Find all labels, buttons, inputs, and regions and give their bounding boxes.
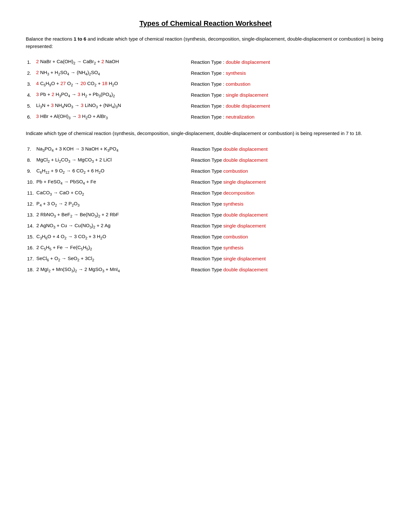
reaction-type: Reaction Type single displacement bbox=[190, 253, 385, 264]
reaction-equation: 3 HBr + Al(OH)3 → 3 H2O + AlBr3 bbox=[35, 111, 190, 122]
reaction-type: Reaction Type double displacement bbox=[190, 155, 385, 166]
reaction-number: 15. bbox=[26, 231, 35, 242]
reaction-type-value: synthesis bbox=[226, 70, 246, 76]
table-row: 13. 2 RbNO3 + BeF2 → Be(NO3)2 + 2 RbF Re… bbox=[26, 209, 385, 220]
reaction-equation: SeCl6 + O2 → SeO2 + 3Cl2 bbox=[35, 253, 190, 264]
reaction-number: 1. bbox=[26, 56, 35, 67]
reaction-equation: 2 C5H5 + Fe → Fe(C5H5)2 bbox=[35, 242, 190, 253]
reaction-equation: Li3N + 3 NH4NO3 → 3 LiNO3 + (NH4)3N bbox=[35, 100, 190, 111]
reaction-equation: Pb + FeSO4 → PbSO4 + Fe bbox=[35, 177, 190, 188]
table-row: 3. 4 C5H9O + 27 O2 → 20 CO2 + 18 H2O Rea… bbox=[26, 78, 385, 89]
reaction-equation: P4 + 3 O2 → 2 P2O3 bbox=[35, 198, 190, 209]
reaction-number: 10. bbox=[26, 177, 35, 188]
table-row: 11. CaCO3 → CaO + CO2 Reaction Type deco… bbox=[26, 188, 385, 198]
reaction-type-value: single displacement bbox=[223, 256, 266, 261]
reaction-number: 7. bbox=[26, 144, 35, 155]
reaction-type-value: neutralization bbox=[226, 114, 254, 120]
table-row: 5. Li3N + 3 NH4NO3 → 3 LiNO3 + (NH4)3N R… bbox=[26, 100, 385, 111]
reaction-number: 3. bbox=[26, 78, 35, 89]
table-row: 15. C3H6O + 4 O2 → 3 CO2 + 3 H2O Reactio… bbox=[26, 231, 385, 242]
reaction-type-value: double displacement bbox=[223, 267, 268, 272]
reaction-type: Reaction Type decomposition bbox=[190, 188, 385, 198]
reaction-equation: 4 C5H9O + 27 O2 → 20 CO2 + 18 H2O bbox=[35, 78, 190, 89]
table-row: 10. Pb + FeSO4 → PbSO4 + Fe Reaction Typ… bbox=[26, 177, 385, 188]
reaction-type: Reaction Type : synthesis bbox=[190, 67, 385, 78]
reaction-type: Reaction Type : neutralization bbox=[190, 111, 385, 122]
reaction-type-value: double displacement bbox=[223, 212, 268, 218]
reaction-type-value: single displacement bbox=[223, 223, 266, 228]
reaction-type: Reaction Type double displacement bbox=[190, 264, 385, 275]
reaction-number: 6. bbox=[26, 111, 35, 122]
reaction-type: Reaction Type single displacement bbox=[190, 220, 385, 231]
reaction-equation: MgCl2 + Li2CO3 → MgCO3 + 2 LiCl bbox=[35, 155, 190, 166]
reaction-type-value: single displacement bbox=[226, 92, 268, 98]
table-row: 17. SeCl6 + O2 → SeO2 + 3Cl2 Reaction Ty… bbox=[26, 253, 385, 264]
table-row: 6. 3 HBr + Al(OH)3 → 3 H2O + AlBr3 React… bbox=[26, 111, 385, 122]
reaction-type: Reaction Type double displacement bbox=[190, 144, 385, 155]
reaction-number: 12. bbox=[26, 198, 35, 209]
table-row: 9. C6H12 + 9 O2 → 6 CO2 + 6 H2O Reaction… bbox=[26, 166, 385, 177]
reaction-type-value: double displacement bbox=[223, 146, 268, 152]
reaction-number: 8. bbox=[26, 155, 35, 166]
reaction-equation: Na3PO4 + 3 KOH → 3 NaOH + K3PO4 bbox=[35, 144, 190, 155]
reaction-equation: 2 MgI2 + Mn(SO3)2 → 2 MgSO3 + MnI4 bbox=[35, 264, 190, 275]
reaction-type: Reaction Type synthesis bbox=[190, 242, 385, 253]
table-row: 18. 2 MgI2 + Mn(SO3)2 → 2 MgSO3 + MnI4 R… bbox=[26, 264, 385, 275]
reaction-type: Reaction Type synthesis bbox=[190, 198, 385, 209]
table-row: 16. 2 C5H5 + Fe → Fe(C5H5)2 Reaction Typ… bbox=[26, 242, 385, 253]
reaction-equation: CaCO3 → CaO + CO2 bbox=[35, 188, 190, 198]
intro-paragraph-1: Balance the reactions 1 to 6 and indicat… bbox=[26, 35, 385, 50]
table-row: 2. 2 NH3 + H2SO4 → (NH4)2SO4 Reaction Ty… bbox=[26, 67, 385, 78]
reaction-type: Reaction Type : double displacement bbox=[190, 100, 385, 111]
reaction-number: 16. bbox=[26, 242, 35, 253]
section1-table: 1. 2 NaBr + Ca(OH)2 → CaBr2 + 2 NaOH Rea… bbox=[26, 56, 385, 122]
intro-paragraph-2: Indicate which type of chemical reaction… bbox=[26, 130, 385, 137]
reaction-type-value: synthesis bbox=[223, 201, 244, 207]
reaction-type: Reaction Type single displacement bbox=[190, 177, 385, 188]
reaction-equation: 2 NH3 + H2SO4 → (NH4)2SO4 bbox=[35, 67, 190, 78]
page-title: Types of Chemical Reaction Worksheet bbox=[26, 19, 385, 28]
reaction-number: 9. bbox=[26, 166, 35, 177]
reaction-type: Reaction Type : combustion bbox=[190, 78, 385, 89]
reaction-type: Reaction Type double displacement bbox=[190, 209, 385, 220]
reaction-type-value: combustion bbox=[223, 234, 248, 239]
reaction-type: Reaction Type : single displacement bbox=[190, 89, 385, 100]
reaction-equation: 2 AgNO3 + Cu → Cu(NO3)2 + 2 Ag bbox=[35, 220, 190, 231]
reaction-type-value: combustion bbox=[226, 81, 250, 87]
table-row: 14. 2 AgNO3 + Cu → Cu(NO3)2 + 2 Ag React… bbox=[26, 220, 385, 231]
table-row: 4. 3 Pb + 2 H3PO4 → 3 H2 + Pb3(PO4)2 Rea… bbox=[26, 89, 385, 100]
reaction-number: 13. bbox=[26, 209, 35, 220]
table-row: 7. Na3PO4 + 3 KOH → 3 NaOH + K3PO4 React… bbox=[26, 144, 385, 155]
reaction-number: 11. bbox=[26, 188, 35, 198]
reaction-type-value: double displacement bbox=[223, 157, 268, 163]
reaction-type-value: single displacement bbox=[223, 179, 266, 185]
reaction-type-value: double displacement bbox=[226, 103, 270, 109]
table-row: 8. MgCl2 + Li2CO3 → MgCO3 + 2 LiCl React… bbox=[26, 155, 385, 166]
reaction-number: 2. bbox=[26, 67, 35, 78]
reaction-equation: 3 Pb + 2 H3PO4 → 3 H2 + Pb3(PO4)2 bbox=[35, 89, 190, 100]
reaction-type-value: combustion bbox=[223, 168, 248, 174]
reaction-equation: 2 NaBr + Ca(OH)2 → CaBr2 + 2 NaOH bbox=[35, 56, 190, 67]
section2-table: 7. Na3PO4 + 3 KOH → 3 NaOH + K3PO4 React… bbox=[26, 144, 385, 275]
reaction-type: Reaction Type : double displacement bbox=[190, 56, 385, 67]
reaction-type: Reaction Type combustion bbox=[190, 166, 385, 177]
reaction-type: Reaction Type combustion bbox=[190, 231, 385, 242]
table-row: 12. P4 + 3 O2 → 2 P2O3 Reaction Type syn… bbox=[26, 198, 385, 209]
reaction-type-value: double displacement bbox=[226, 59, 270, 65]
table-row: 1. 2 NaBr + Ca(OH)2 → CaBr2 + 2 NaOH Rea… bbox=[26, 56, 385, 67]
reaction-number: 4. bbox=[26, 89, 35, 100]
reaction-number: 14. bbox=[26, 220, 35, 231]
reaction-number: 18. bbox=[26, 264, 35, 275]
reaction-equation: 2 RbNO3 + BeF2 → Be(NO3)2 + 2 RbF bbox=[35, 209, 190, 220]
reaction-number: 17. bbox=[26, 253, 35, 264]
reaction-type-value: decomposition bbox=[223, 190, 255, 196]
reaction-number: 5. bbox=[26, 100, 35, 111]
reaction-type-value: synthesis bbox=[223, 245, 244, 250]
reaction-equation: C3H6O + 4 O2 → 3 CO2 + 3 H2O bbox=[35, 231, 190, 242]
reaction-equation: C6H12 + 9 O2 → 6 CO2 + 6 H2O bbox=[35, 166, 190, 177]
